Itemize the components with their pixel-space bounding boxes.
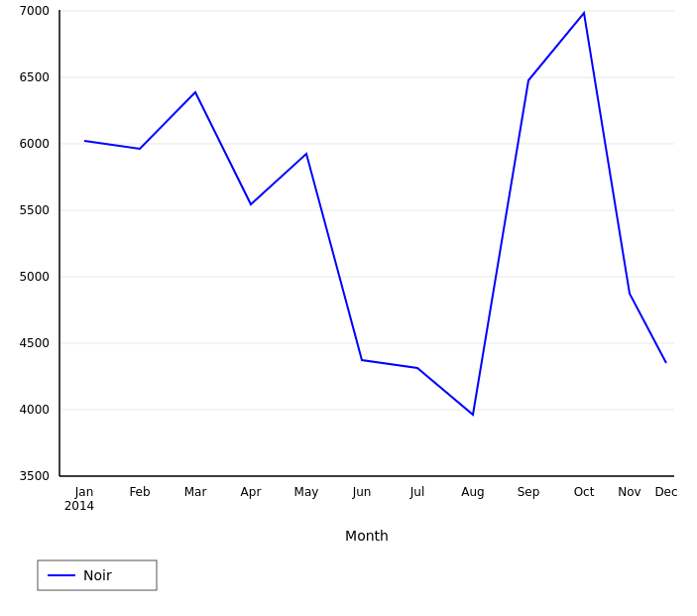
y-tick-6500: 6500: [19, 70, 50, 84]
y-tick-4000: 4000: [19, 403, 50, 417]
chart-container: 3500 4000 4500 5000 5500 6000 6500 7000 …: [0, 0, 697, 616]
x-tick-jul: Jul: [409, 485, 424, 499]
y-tick-3500: 3500: [19, 469, 50, 483]
y-tick-4500: 4500: [19, 336, 50, 350]
x-tick-jun: Jun: [352, 485, 372, 499]
legend-label: Noir: [83, 567, 112, 583]
x-tick-sep: Sep: [518, 485, 540, 499]
x-tick-aug: Aug: [461, 485, 484, 499]
y-tick-6000: 6000: [19, 137, 50, 151]
chart-svg: 3500 4000 4500 5000 5500 6000 6500 7000 …: [0, 0, 697, 616]
x-tick-dec: Dec: [654, 485, 677, 499]
x-tick-mar: Mar: [184, 485, 207, 499]
y-tick-5000: 5000: [19, 270, 50, 284]
x-tick-jan: Jan: [74, 485, 94, 499]
x-axis-label: Month: [345, 528, 389, 544]
y-tick-7000: 7000: [19, 4, 50, 18]
x-tick-may: May: [294, 485, 319, 499]
x-tick-apr: Apr: [241, 485, 262, 499]
plot-area: [59, 10, 674, 476]
y-tick-5500: 5500: [19, 203, 50, 217]
year-label: 2014: [64, 499, 95, 513]
x-tick-oct: Oct: [574, 485, 595, 499]
x-tick-feb: Feb: [129, 485, 150, 499]
x-tick-nov: Nov: [618, 485, 640, 499]
